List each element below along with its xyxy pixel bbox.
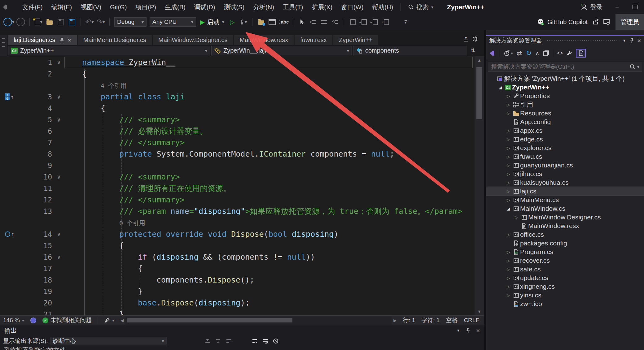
previous-bookmark-button[interactable]: ◂ [358,17,370,27]
tree-item-kuaisuyouhua.cs[interactable]: ▷kuaisuyouhua.cs [486,178,644,187]
tree-item-laji.cs[interactable]: ▷laji.cs [486,187,644,196]
pin-icon[interactable] [466,328,471,333]
wrench-icon[interactable] [566,50,572,56]
scroll-right-icon[interactable]: ▶ [392,318,398,323]
close-icon[interactable]: × [637,37,641,44]
tree-item-MainMenu.cs[interactable]: ▷MainMenu.cs [486,196,644,204]
refresh-icon[interactable]: ↻ [526,49,532,57]
tab-MainMenu.Designer.cs[interactable]: MainMenu.Designer.cs [78,35,152,45]
collapse-all-icon[interactable]: ∧ [535,50,539,57]
char-indicator[interactable]: 字符: 1 [418,316,443,325]
collapsed-arrow-icon[interactable]: ▷ [505,128,512,133]
close-icon[interactable]: × [476,327,480,334]
editor-options-gear-icon[interactable] [472,36,478,42]
menu-item-3[interactable]: Git(G) [106,0,131,14]
collapsed-arrow-icon[interactable]: ▷ [513,215,520,220]
pin-icon[interactable] [629,38,634,43]
collapsed-arrow-icon[interactable]: ▷ [505,180,512,185]
menu-item-8[interactable]: 分析(N) [249,0,278,14]
new-file-button[interactable]: ▾ [33,17,44,27]
collapse-messages-button[interactable] [226,339,234,344]
tree-item-xingneng.cs[interactable]: ▷xingneng.cs [486,282,644,291]
navigate-forward-button[interactable]: → [15,17,26,27]
collapsed-arrow-icon[interactable]: ▷ [505,154,512,159]
comment-lines-button[interactable] [318,17,330,27]
undo-button[interactable]: ↶▾ [84,17,95,27]
tree-item-Resources[interactable]: ▷Resources [486,109,644,118]
menu-item-2[interactable]: 视图(V) [76,0,106,14]
tab-MainWindow.Designer.cs[interactable]: MainWindow.Designer.cs [153,35,233,45]
tree-item-MainWindow.resx[interactable]: MainWindow.resx [486,222,644,230]
navigate-back-button[interactable]: ← ▾ [2,17,15,27]
minimize-button[interactable]: − [608,0,626,14]
menu-item-9[interactable]: 工具(T) [278,0,308,14]
feedback-button[interactable] [601,17,612,27]
fold-collapse-icon[interactable]: ∨ [52,116,66,123]
tree-item-recover.cs[interactable]: ▷recover.cs [486,256,644,265]
attach-to-process-button[interactable] [256,17,267,27]
close-icon[interactable]: × [68,37,71,44]
tree-item-MainWindow.Designer.cs[interactable]: ▷MainWindow.Designer.cs [486,213,644,222]
next-message-button[interactable] [215,339,224,344]
collapsed-arrow-icon[interactable]: ▷ [505,232,512,237]
scroll-up-icon[interactable]: ▲ [475,56,484,64]
extension-status-button[interactable] [27,316,39,325]
switch-views-icon[interactable] [488,50,496,57]
scroll-down-icon[interactable]: ▼ [475,307,484,315]
code-cleanup-button[interactable]: ▾ [101,316,117,325]
collapsed-arrow-icon[interactable]: ▷ [505,293,512,298]
project-dropdown[interactable]: C# ZyperWin++ ▾ [8,46,210,55]
collapsed-arrow-icon[interactable]: ▷ [505,102,512,107]
menu-item-0[interactable]: 文件(F) [18,0,47,14]
sign-in-button[interactable]: + 登录 [575,3,608,11]
tree-item-Program.cs[interactable]: ▷C#Program.cs [486,248,644,256]
codelens-references[interactable]: 0 个引用 [119,219,145,227]
tab-laji.Designer.cs[interactable]: laji.Designer.cs× [8,35,77,45]
pending-changes-filter-icon[interactable]: ▾ [504,50,513,56]
menu-item-12[interactable]: 帮助(H) [368,0,397,14]
maximize-button[interactable] [626,0,644,14]
show-all-files-icon[interactable] [576,49,586,58]
tree-item-jihuo.cs[interactable]: ▷jihuo.cs [486,170,644,178]
solution-search-input[interactable] [491,63,630,71]
fold-collapse-icon[interactable]: ∨ [52,254,66,260]
menu-item-1[interactable]: 编辑(E) [47,0,77,14]
menu-item-6[interactable]: 调试(D) [190,0,220,14]
redo-button[interactable]: ↷▾ [95,17,106,27]
start-without-debug-button[interactable]: ▷ [227,17,238,27]
tree-item-safe.cs[interactable]: ▷safe.cs [486,265,644,274]
zoom-dropdown[interactable]: 146 % ▾ [0,316,27,325]
split-editor-icon[interactable]: ⇅ [468,46,477,55]
collapsed-arrow-icon[interactable]: ▷ [505,276,512,280]
pin-icon[interactable] [60,38,64,43]
collapsed-arrow-icon[interactable]: ▷ [505,137,512,142]
fold-collapse-icon[interactable]: ∨ [52,93,66,100]
uncomment-lines-button[interactable] [330,17,341,27]
sync-with-active-document-icon[interactable]: ⇄ [517,50,522,57]
line-indicator[interactable]: 行: 1 [400,316,418,325]
pointer-mode-button[interactable] [296,17,307,27]
tree-item-appx.cs[interactable]: ▷appx.cs [486,126,644,135]
menu-item-7[interactable]: 测试(S) [219,0,249,14]
tab-ZyperWin++[interactable]: ZyperWin++ [333,35,378,45]
tree-item-Properties[interactable]: ▷Properties [486,92,644,100]
collapsed-arrow-icon[interactable]: ▷ [505,198,512,202]
tree-item-App.config[interactable]: App.config [486,118,644,126]
fold-collapse-icon[interactable]: ∨ [52,59,66,66]
scroll-left-icon[interactable]: ◀ [119,318,125,323]
tree-item-MainWindow.cs[interactable]: ◢MainWindow.cs [486,204,644,213]
scrollbar-track[interactable] [125,316,392,325]
fold-collapse-icon[interactable]: ∨ [52,231,66,237]
collapsed-arrow-icon[interactable]: ▷ [505,258,512,263]
copilot-button[interactable]: GitHub Copilot [537,18,588,26]
chevron-down-icon[interactable]: ▼ [622,38,626,43]
tree-item-yinsi.cs[interactable]: ▷yinsi.cs [486,291,644,300]
tree-item-ZyperWin++[interactable]: ◢C#ZyperWin++ [486,83,644,92]
tree-item-office.cs[interactable]: ▷office.cs [486,230,644,239]
search-menu[interactable]: 搜索 ▾ [408,3,433,11]
share-button[interactable] [590,17,601,27]
clear-all-button[interactable] [252,339,261,344]
clear-bookmarks-button[interactable]: × [381,17,392,27]
collapsed-arrow-icon[interactable]: ▷ [505,111,512,116]
preview-window-button[interactable] [267,17,278,27]
